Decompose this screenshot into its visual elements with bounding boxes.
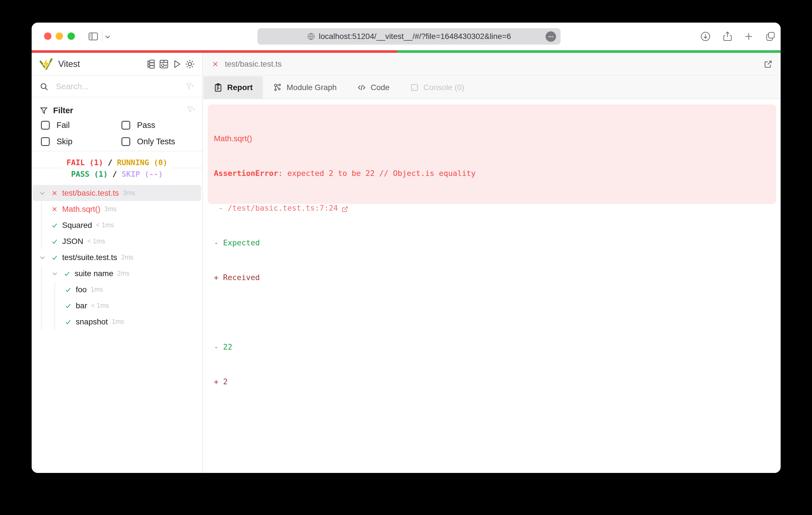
clipboard-icon xyxy=(213,83,223,92)
browser-window: localhost:51204/__vitest__/#/?file=16484… xyxy=(32,23,781,473)
checkbox[interactable] xyxy=(41,137,50,146)
fail-x-icon xyxy=(51,189,58,197)
view-tabs: Report Module Graph Code xyxy=(203,76,781,99)
code-icon xyxy=(357,83,366,92)
globe-icon xyxy=(307,32,315,41)
pass-check-icon xyxy=(63,270,70,277)
diff-received-value: + 2 xyxy=(214,376,769,387)
sidebar-header: Vitest xyxy=(32,53,202,76)
tree-row-foo[interactable]: foo 1ms xyxy=(32,281,202,298)
test-summary: FAIL (1) / RUNNING (0) PASS (1) / SKIP (… xyxy=(32,151,202,185)
main-panel: test/basic.test.ts Report Modu xyxy=(203,53,781,473)
module-graph-icon xyxy=(273,83,282,92)
download-icon[interactable] xyxy=(700,31,711,42)
pass-check-icon xyxy=(51,222,58,229)
filter-checkbox-fail[interactable]: Fail xyxy=(41,121,70,130)
chevron-down-icon[interactable] xyxy=(38,253,46,262)
filter-checkbox-only-tests[interactable]: Only Tests xyxy=(121,137,175,146)
report-view: Math.sqrt() AssertionError: expected 2 t… xyxy=(203,100,781,473)
summary-line-1: FAIL (1) / RUNNING (0) xyxy=(66,157,168,168)
clear-search-funnel-x-icon[interactable] xyxy=(185,82,194,91)
progress-fail-segment xyxy=(32,50,397,53)
tree-row-test-suite[interactable]: test/suite.test.ts 2ms xyxy=(32,249,202,265)
chevron-down-icon[interactable] xyxy=(38,189,46,197)
filter-section: Filter Fail Pass Skip xyxy=(32,98,202,151)
console-icon xyxy=(410,83,419,92)
test-tree: test/basic.test.ts 3ms Math.sqrt() 3ms S… xyxy=(32,185,202,330)
tree-row-json[interactable]: JSON < 1ms xyxy=(32,233,202,249)
titlebar-divider xyxy=(102,31,103,42)
test-progress-bar xyxy=(32,50,781,53)
tab-console[interactable]: Console (0) xyxy=(400,76,475,98)
vitest-ui: Vitest xyxy=(32,53,781,473)
error-panel: Math.sqrt() AssertionError: expected 2 t… xyxy=(208,104,776,204)
stack-trace-link[interactable]: - /test/basic.test.ts:7:24 xyxy=(214,202,769,214)
browser-titlebar: localhost:51204/__vitest__/#/?file=16484… xyxy=(32,23,781,50)
address-bar[interactable]: localhost:51204/__vitest__/#/?file=16484… xyxy=(257,28,560,44)
clear-filter-funnel-x-icon[interactable] xyxy=(186,105,196,114)
chevron-down-icon[interactable] xyxy=(51,270,59,277)
progress-pass-segment xyxy=(397,50,781,53)
tab-code[interactable]: Code xyxy=(347,76,400,98)
checkbox[interactable] xyxy=(41,121,50,130)
tab-report[interactable]: Report xyxy=(203,76,263,98)
diff-expected-label: - Expected xyxy=(214,237,769,248)
tab-module-graph[interactable]: Module Graph xyxy=(263,76,347,98)
search-input[interactable] xyxy=(56,82,185,91)
close-window-button[interactable] xyxy=(44,32,51,40)
app-title: Vitest xyxy=(58,59,80,69)
ellipsis-icon[interactable] xyxy=(546,31,556,42)
theme-sun-icon[interactable] xyxy=(185,59,195,69)
minimize-window-button[interactable] xyxy=(56,32,63,40)
pass-check-icon xyxy=(51,254,58,261)
zoom-window-button[interactable] xyxy=(67,32,75,40)
filter-checkbox-pass[interactable]: Pass xyxy=(121,121,155,130)
tab-overview-icon[interactable] xyxy=(765,31,776,42)
fail-x-icon xyxy=(51,206,58,213)
share-icon[interactable] xyxy=(722,31,733,42)
external-link-icon[interactable] xyxy=(341,205,349,212)
checkbox[interactable] xyxy=(121,137,130,146)
new-tab-icon[interactable] xyxy=(743,31,754,42)
tree-row-test-basic[interactable]: test/basic.test.ts 3ms xyxy=(33,185,201,201)
funnel-icon xyxy=(39,107,48,115)
pass-check-icon xyxy=(64,302,72,309)
diff-received-label: + Received xyxy=(214,272,769,283)
search-bar xyxy=(32,76,202,97)
diff-expected-value: - 22 xyxy=(214,341,769,353)
failed-test-name: Math.sqrt() xyxy=(214,133,769,144)
run-all-icon[interactable] xyxy=(172,59,182,69)
sidebar-toggle-icon[interactable] xyxy=(88,31,99,42)
search-icon xyxy=(39,82,49,91)
file-tab-bar: test/basic.test.ts xyxy=(203,53,781,76)
filter-title: Filter xyxy=(39,106,73,115)
checkbox[interactable] xyxy=(121,121,130,130)
pass-check-icon xyxy=(51,238,58,245)
pass-check-icon xyxy=(64,318,72,326)
vitest-logo-icon xyxy=(39,57,53,71)
sidebar: Vitest xyxy=(32,53,203,473)
summary-line-2: PASS (1) / SKIP (--) xyxy=(66,168,168,180)
url-text: localhost:51204/__vitest__/#/?file=16484… xyxy=(319,32,511,41)
assertion-error-line: AssertionError: expected 2 to be 22 // O… xyxy=(214,168,769,179)
external-link-icon[interactable] xyxy=(764,60,773,69)
close-x-icon[interactable] xyxy=(211,60,219,68)
dashboard-icon[interactable] xyxy=(159,59,169,69)
chevron-down-icon[interactable] xyxy=(103,32,112,41)
pass-check-icon xyxy=(64,286,72,293)
tree-row-suite-name[interactable]: suite name 2ms xyxy=(32,265,202,281)
tree-row-math-sqrt[interactable]: Math.sqrt() 3ms xyxy=(32,201,202,217)
tree-row-bar[interactable]: bar < 1ms xyxy=(32,298,202,314)
tree-row-snapshot[interactable]: snapshot 1ms xyxy=(32,314,202,330)
filter-checkbox-skip[interactable]: Skip xyxy=(41,137,72,146)
tree-row-squared[interactable]: Squared < 1ms xyxy=(32,217,202,233)
expand-tree-icon[interactable] xyxy=(146,59,156,69)
file-tab-label: test/basic.test.ts xyxy=(225,60,282,69)
